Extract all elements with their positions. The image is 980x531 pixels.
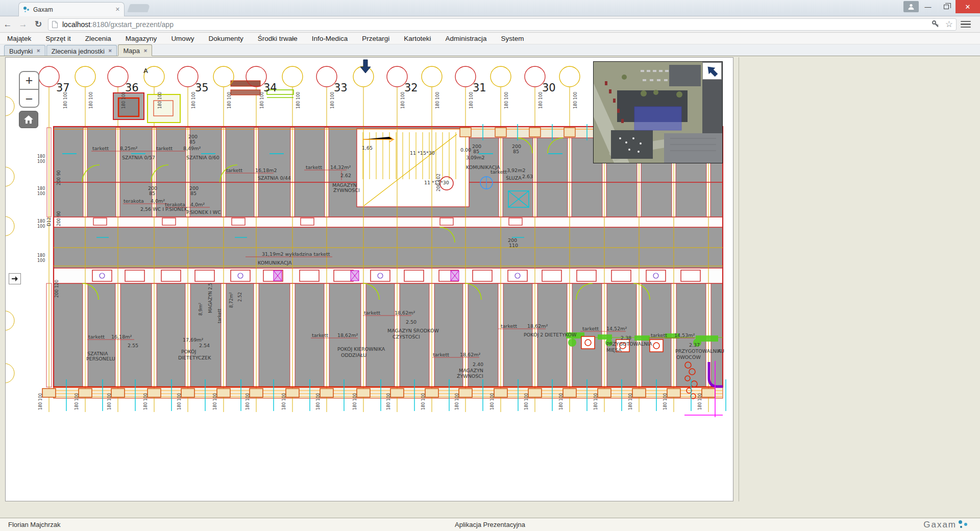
svg-text:11 *15*30: 11 *15*30 xyxy=(410,150,435,156)
svg-text:14,32m²: 14,32m² xyxy=(330,164,351,170)
svg-text:PERSONELU: PERSONELU xyxy=(86,356,115,361)
menu-item-2[interactable]: Sprzęt it xyxy=(38,35,78,42)
svg-text:tarkett: tarkett xyxy=(217,308,222,323)
svg-text:CZYSTOŚCI: CZYSTOŚCI xyxy=(393,334,420,340)
app-menubar: MajątekSprzęt itZleceniaMagazynyUmowyDok… xyxy=(0,33,980,44)
svg-text:85: 85 xyxy=(149,190,155,196)
zoom-in-button[interactable]: + xyxy=(20,72,38,90)
svg-text:PRZYGOTOWALNIA: PRZYGOTOWALNIA xyxy=(675,348,721,354)
svg-text:180 100: 180 100 xyxy=(594,393,598,410)
svg-text:16,18m²: 16,18m² xyxy=(111,334,132,340)
back-button[interactable]: ← xyxy=(0,19,15,30)
svg-text:8,49m²: 8,49m² xyxy=(183,146,201,151)
tab-close-icon[interactable]: ✕ xyxy=(108,49,112,54)
person-icon xyxy=(908,3,915,10)
svg-text:18,62m²: 18,62m² xyxy=(337,332,358,338)
key-icon[interactable] xyxy=(931,20,940,29)
svg-text:KOMUNIKACJA: KOMUNIKACJA xyxy=(258,260,292,266)
svg-text:180 100: 180 100 xyxy=(143,393,148,410)
svg-text:MIĘSA: MIĘSA xyxy=(606,347,622,353)
svg-text:tarkett: tarkett xyxy=(491,169,507,175)
url-bar[interactable]: localhost:8180/gxstart_prezent/app ☆ xyxy=(48,18,957,31)
svg-text:2.54: 2.54 xyxy=(199,343,210,348)
menu-item-1[interactable]: Majątek xyxy=(0,35,38,42)
svg-text:2.52: 2.52 xyxy=(237,292,242,302)
svg-text:8,25m²: 8,25m² xyxy=(120,146,137,151)
svg-text:2.55: 2.55 xyxy=(128,343,138,348)
svg-text:36: 36 xyxy=(125,82,139,94)
forward-button[interactable]: → xyxy=(15,19,31,30)
statusbar: Florian Majchrzak Aplikacja Prezentacyjn… xyxy=(0,518,980,531)
minimize-button[interactable]: — xyxy=(919,0,937,13)
new-tab-button[interactable] xyxy=(127,4,151,12)
reload-button[interactable]: ↻ xyxy=(31,19,46,30)
expand-panel-button[interactable] xyxy=(9,273,21,284)
tab-close-icon[interactable]: ✕ xyxy=(143,49,148,54)
map-panel[interactable]: 180 100180 100180 100180 100180 100180 1… xyxy=(5,57,733,501)
browser-tab[interactable]: Gaxam ✕ xyxy=(18,2,125,16)
chrome-menu-icon[interactable] xyxy=(961,19,971,30)
svg-text:18,62m²: 18,62m² xyxy=(395,310,415,316)
menu-item-8[interactable]: Info-Medica xyxy=(305,35,355,42)
svg-text:terakota: terakota xyxy=(165,202,185,207)
northeast-arrow-icon xyxy=(703,63,721,79)
minimap[interactable] xyxy=(593,61,723,163)
profile-button[interactable] xyxy=(903,1,919,12)
svg-text:180 100: 180 100 xyxy=(191,92,196,109)
zoom-out-button[interactable]: − xyxy=(20,90,38,108)
svg-text:180 100: 180 100 xyxy=(316,393,321,410)
marker-arrow-button[interactable] xyxy=(359,59,372,76)
tab-mapa[interactable]: Mapa✕ xyxy=(118,44,152,56)
tab-close-icon[interactable]: ✕ xyxy=(36,49,40,54)
url-text: localhost:8180/gxstart_prezent/app xyxy=(62,20,931,29)
menu-item-11[interactable]: Administracja xyxy=(438,35,494,42)
menu-item-6[interactable]: Dokumenty xyxy=(201,35,250,42)
svg-text:tarkett: tarkett xyxy=(312,332,328,338)
restore-button[interactable] xyxy=(937,0,955,13)
menu-item-5[interactable]: Umowy xyxy=(164,35,201,42)
svg-text:1,65: 1,65 xyxy=(362,145,373,151)
tab-budynki[interactable]: Budynki✕ xyxy=(4,45,45,56)
svg-text:ŻYWNOŚCI: ŻYWNOŚCI xyxy=(333,187,360,193)
svg-text:tarkett: tarkett xyxy=(651,332,667,338)
svg-text:33: 33 xyxy=(334,82,348,94)
svg-text:85: 85 xyxy=(189,139,195,144)
svg-text:180 100: 180 100 xyxy=(38,393,43,410)
svg-text:180: 180 xyxy=(37,219,45,224)
browser-navbar: ← → ↻ localhost:8180/gxstart_prezent/app… xyxy=(0,16,980,33)
svg-text:14,52m²: 14,52m² xyxy=(606,326,627,331)
minimap-expand-button[interactable] xyxy=(702,62,722,80)
svg-text:180 100: 180 100 xyxy=(538,92,543,109)
svg-text:16,18m2: 16,18m2 xyxy=(255,167,277,173)
menu-item-12[interactable]: System xyxy=(494,35,531,42)
svg-text:POKÓJ 2 DIETETYKÓW: POKÓJ 2 DIETETYKÓW xyxy=(524,332,577,337)
svg-text:MAGAZYN ŚRODKÓW: MAGAZYN ŚRODKÓW xyxy=(387,328,439,333)
svg-text:100: 100 xyxy=(37,258,45,263)
svg-text:2.62: 2.62 xyxy=(340,173,351,178)
svg-text:34: 34 xyxy=(263,82,277,94)
svg-text:MAGAZYN: MAGAZYN xyxy=(459,368,483,373)
svg-text:180 100: 180 100 xyxy=(121,92,126,109)
menu-item-7[interactable]: Środki trwałe xyxy=(251,35,305,42)
menu-item-3[interactable]: Zlecenia xyxy=(78,35,118,42)
tab-close-icon[interactable]: ✕ xyxy=(115,6,120,13)
menu-item-4[interactable]: Magazyny xyxy=(118,35,164,42)
close-button[interactable]: ✕ xyxy=(955,0,980,13)
down-arrow-icon xyxy=(359,59,372,74)
svg-text:180 100: 180 100 xyxy=(559,393,564,410)
svg-text:tarkett: tarkett xyxy=(156,146,173,151)
svg-text:tarkett: tarkett xyxy=(501,323,517,329)
svg-text:3,09m2: 3,09m2 xyxy=(466,155,484,160)
svg-text:tarkett: tarkett xyxy=(306,164,322,170)
home-button[interactable] xyxy=(19,111,38,128)
svg-text:ŻYWNOŚCI: ŻYWNOŚCI xyxy=(457,373,483,379)
svg-text:31: 31 xyxy=(473,82,486,94)
svg-text:180 100: 180 100 xyxy=(663,393,668,410)
tab-zlecenia-jednostki[interactable]: Zlecenia jednostki✕ xyxy=(46,45,117,56)
menu-item-9[interactable]: Przetargi xyxy=(355,35,397,42)
bookmark-star-icon[interactable]: ☆ xyxy=(945,20,953,29)
svg-text:85: 85 xyxy=(473,149,479,154)
browser-titlebar: Gaxam ✕ — ✕ xyxy=(0,0,980,16)
menu-item-10[interactable]: Kartoteki xyxy=(397,35,438,42)
svg-text:tarkett: tarkett xyxy=(92,146,109,151)
